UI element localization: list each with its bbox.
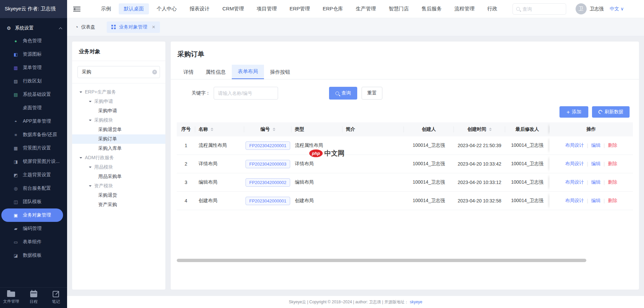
delete-link[interactable]: 删除 — [608, 142, 617, 148]
tree-node-purchase-module[interactable]: 采购模块 — [72, 116, 165, 125]
layout-design-link[interactable]: 布局设计 — [565, 179, 584, 185]
tree-node-asset-purchase[interactable]: 资产采购 — [72, 200, 165, 209]
global-search-input[interactable] — [523, 6, 559, 12]
tree-search-input[interactable] — [77, 66, 160, 78]
tab-action-buttons[interactable]: 操作按钮 — [264, 65, 296, 79]
tab-form-layout[interactable]: 表单布局 — [232, 65, 264, 79]
tab-attribute-info[interactable]: 属性信息 — [200, 65, 232, 79]
sidebar-item-code-management[interactable]: ▰编码管理 — [0, 222, 67, 235]
menu-item-smart-store[interactable]: 智慧门店 — [384, 3, 414, 14]
dock-file-management[interactable]: 文件管理 — [0, 288, 22, 308]
dock-notes[interactable]: 笔记 — [45, 288, 67, 308]
layout-design-link[interactable]: 布局设计 — [565, 198, 584, 204]
sidebar-group-system-settings[interactable]: ⚙ 系统设置 — [0, 22, 67, 34]
edit-link[interactable]: 编辑 — [591, 179, 601, 185]
chevron-down-icon: ∨ — [621, 6, 624, 11]
keyword-input[interactable] — [214, 87, 278, 100]
edit-link[interactable]: 编辑 — [591, 161, 601, 167]
sidebar-item-frontend-service-config[interactable]: ◎前台服务配置 — [0, 182, 67, 195]
tree-node-supplies-module[interactable]: 用品模块 — [72, 163, 165, 172]
skyeye-link[interactable]: skyeye — [410, 300, 422, 304]
caret-down-icon[interactable] — [79, 91, 82, 94]
sidebar-item-app-menu-management[interactable]: ◓APP菜单管理 — [0, 115, 67, 128]
cell-name: 创建布局 — [195, 192, 244, 210]
horizontal-scrollbar[interactable] — [177, 259, 586, 262]
edit-link[interactable]: 编辑 — [591, 198, 601, 204]
add-button[interactable]: +添加 — [559, 106, 588, 118]
sidebar-item-team-template[interactable]: ◫团队模板 — [0, 195, 67, 208]
tab-business-object-management[interactable]: 业务对象管理 × — [107, 21, 160, 33]
tree-node-purchase-return[interactable]: 采购退货 — [72, 191, 165, 200]
sort-icon[interactable] — [489, 126, 492, 132]
col-code[interactable]: 编号 — [244, 122, 291, 136]
menu-item-personal-center[interactable]: 个人中心 — [152, 3, 182, 14]
col-created-time[interactable]: 创建时间 — [454, 122, 505, 136]
sidebar-item-admin-division[interactable]: ▨行政区划 — [0, 74, 67, 88]
caret-down-icon[interactable] — [89, 120, 92, 122]
sidebar-item-db-backup-restore[interactable]: ≡数据库备份/还原 — [0, 128, 67, 141]
sidebar-collapse-icon[interactable] — [73, 6, 80, 12]
layout-design-link[interactable]: 布局设计 — [565, 161, 584, 167]
sidebar-item-form-components[interactable]: ▭表单组件 — [0, 235, 67, 249]
sidebar-item-menu-management[interactable]: ▥菜单管理 — [0, 61, 67, 74]
col-name[interactable]: 名称 — [195, 122, 244, 136]
layout-design-link[interactable]: 布局设计 — [565, 142, 584, 148]
tab-dashboard[interactable]: ◔ 仪表盘 — [75, 24, 95, 30]
menu-item-report-design[interactable]: 报表设计 — [184, 3, 215, 14]
query-button[interactable]: 查询 — [329, 87, 357, 100]
delete-link[interactable]: 删除 — [608, 179, 617, 185]
tree-node-supplies-purchase-order[interactable]: 用品采购单 — [72, 172, 165, 181]
menu-item-examples[interactable]: 示例 — [96, 3, 116, 14]
sidebar-item-theme-background-settings[interactable]: ◩主题背景设置 — [0, 168, 67, 182]
tree-node-erp-production[interactable]: ERP+生产服务 — [72, 87, 165, 97]
tree-node-asset-module[interactable]: 资产模块 — [72, 181, 165, 191]
cell-index: 1 — [177, 136, 195, 155]
tree-node-adm-services[interactable]: ADM行政服务 — [72, 153, 165, 163]
code-badge: FP2023042200001 — [246, 141, 290, 150]
menu-item-crm[interactable]: CRM管理 — [217, 3, 249, 14]
caret-down-icon[interactable] — [89, 185, 92, 188]
sidebar-item-system-base-settings[interactable]: ▤系统基础设置 — [0, 88, 67, 101]
purchase-order-panel: 采购订单 详情 属性信息 表单布局 操作按钮 关键字： 查询 重置 +添加 刷新… — [171, 42, 639, 290]
tree-node-purchase-inbound-order[interactable]: 采购入库单 — [72, 144, 165, 153]
role-icon: ● — [13, 39, 19, 44]
caret-down-icon[interactable] — [79, 157, 82, 160]
sidebar-item-desktop-management[interactable]: 桌面管理 — [0, 101, 67, 115]
edit-link[interactable]: 编辑 — [591, 142, 601, 148]
menu-item-admin[interactable]: 行政 — [482, 3, 502, 14]
caret-down-icon[interactable] — [89, 167, 92, 169]
menu-item-default-desktop[interactable]: 默认桌面 — [119, 3, 149, 14]
delete-link[interactable]: 删除 — [608, 161, 617, 167]
menu-item-workflow[interactable]: 流程管理 — [449, 3, 480, 14]
sidebar-item-role-management[interactable]: ●角色管理 — [0, 34, 67, 48]
tree-node-purchase-request-module[interactable]: 采购申请 — [72, 97, 165, 106]
close-icon[interactable]: × — [152, 24, 155, 30]
clear-icon[interactable]: × — [152, 70, 157, 74]
cell-creator: 100014_卫志强 — [404, 136, 454, 155]
menu-item-production[interactable]: 生产管理 — [351, 3, 381, 14]
dock-schedule[interactable]: 日程 — [22, 288, 45, 308]
sort-icon[interactable] — [211, 126, 213, 132]
cell-modifier: 100014_卫志强 — [505, 136, 549, 155]
delete-link[interactable]: 删除 — [608, 198, 617, 204]
user-menu[interactable]: 卫 卫志强 — [576, 3, 604, 14]
tree-node-purchase-return-order[interactable]: 采购退货单 — [72, 125, 165, 134]
menu-item-erp-warehouse[interactable]: ERP仓库 — [318, 3, 348, 14]
sidebar-item-data-template[interactable]: ◪数据模板 — [0, 249, 67, 262]
reset-button[interactable]: 重置 — [362, 87, 382, 100]
sidebar-item-background-image-settings[interactable]: ▦背景图片设置 — [0, 141, 67, 155]
sidebar-item-lockscreen-background-settings[interactable]: ◨锁屏背景图片设... — [0, 155, 67, 168]
tab-details[interactable]: 详情 — [177, 65, 200, 79]
caret-down-icon[interactable] — [89, 101, 92, 104]
tree-node-purchase-request[interactable]: 采购申请 — [72, 106, 165, 116]
sort-icon[interactable] — [273, 126, 275, 132]
php-cn-watermark: php 中文网 — [309, 149, 344, 158]
sidebar-item-resource-icons[interactable]: ◧资源图标 — [0, 48, 67, 61]
tree-node-purchase-order[interactable]: 采购订单 — [72, 134, 165, 144]
menu-item-project[interactable]: 项目管理 — [252, 3, 282, 14]
sidebar-item-business-object-management[interactable]: ▣业务对象管理 — [1, 208, 63, 222]
menu-item-after-sales[interactable]: 售后服务 — [417, 3, 447, 14]
refresh-button[interactable]: 刷新数据 — [592, 106, 630, 118]
language-selector[interactable]: 中文 ∨ — [610, 6, 624, 12]
menu-item-erp[interactable]: ERP管理 — [284, 3, 315, 14]
